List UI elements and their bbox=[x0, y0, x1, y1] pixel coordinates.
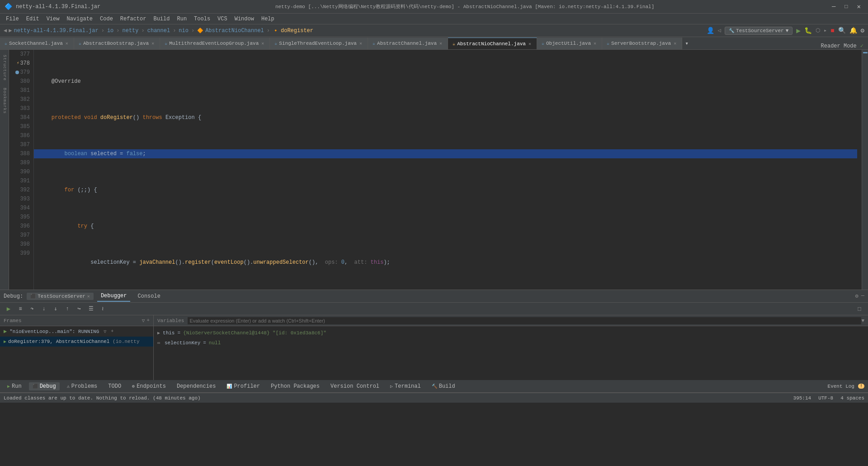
run-button[interactable]: ▶ bbox=[796, 26, 801, 35]
tab-singlethread[interactable]: ☕ SingleThreadEventLoop.java ✕ bbox=[270, 38, 368, 49]
debug-settings-icon[interactable]: ⚙ bbox=[855, 293, 859, 300]
tab-close-multithread[interactable]: ✕ bbox=[260, 40, 265, 47]
tab-serverbootstrap[interactable]: ☕ ServerBootstrap.java ✕ bbox=[602, 38, 682, 49]
frame-filter-icon[interactable]: ▽ bbox=[104, 329, 106, 334]
tab-abstractniochannel[interactable]: ☕ AbstractNioChannel.java ✕ bbox=[448, 38, 537, 49]
coverage-button[interactable]: ⬡ bbox=[816, 27, 820, 34]
minimize-button[interactable]: ─ bbox=[829, 3, 838, 10]
tab-abstractchannel[interactable]: ☕ AbstractChannel.java ✕ bbox=[368, 38, 448, 49]
evaluate-expression-input[interactable] bbox=[188, 317, 861, 324]
frames-filter-icon[interactable]: ▽ bbox=[142, 318, 145, 323]
menu-navigate[interactable]: Navigate bbox=[63, 15, 96, 23]
nav-nio[interactable]: nio bbox=[179, 28, 189, 34]
bottom-tab-vcs[interactable]: Version Control bbox=[327, 382, 383, 390]
var-expand-icon[interactable]: ▶ bbox=[157, 330, 160, 336]
bottom-tab-build[interactable]: 🔨 Build bbox=[428, 382, 459, 390]
sidebar-bookmarks-icon[interactable]: Bookmarks bbox=[0, 87, 9, 114]
frame-add-icon[interactable]: + bbox=[111, 329, 113, 334]
cursor-position[interactable]: 395:14 bbox=[793, 395, 811, 401]
debug-force-step-into-button[interactable]: ⇓ bbox=[51, 304, 61, 314]
debug-panel-expand-icon[interactable]: ⬚ bbox=[854, 304, 864, 314]
evaluate-dropdown-icon[interactable]: ▼ bbox=[861, 318, 864, 323]
notification-icon[interactable]: 🔔 bbox=[849, 27, 857, 34]
menu-vcs[interactable]: VCS bbox=[214, 15, 231, 23]
tab-icon-serverbootstrap: ☕ bbox=[607, 41, 609, 46]
debug-step-out-button[interactable]: ↑ bbox=[62, 304, 72, 314]
debug-frames-list-icon[interactable]: ≡ bbox=[15, 304, 25, 314]
code-content[interactable]: @Override protected void doRegister() th… bbox=[34, 50, 862, 290]
tab-socketchannel[interactable]: ☕ SocketChannel.java ✕ bbox=[0, 38, 74, 49]
maximize-button[interactable]: □ bbox=[842, 4, 850, 10]
event-log-label[interactable]: Event Log bbox=[828, 384, 854, 389]
encoding-label[interactable]: UTF-8 bbox=[818, 395, 833, 401]
tab-close-abstractbootstrap[interactable]: ✕ bbox=[151, 40, 155, 47]
debug-run-button[interactable]: 🐛 bbox=[804, 27, 812, 34]
bottom-tab-run[interactable]: ▶ Run bbox=[4, 382, 25, 390]
tab-close-objectutil[interactable]: ✕ bbox=[593, 40, 597, 47]
stop-button[interactable]: ■ bbox=[830, 27, 834, 34]
menu-help[interactable]: Help bbox=[258, 15, 278, 23]
indent-label[interactable]: 4 spaces bbox=[840, 395, 864, 401]
debug-minimize-icon[interactable]: ─ bbox=[861, 293, 864, 300]
menu-file[interactable]: File bbox=[2, 15, 23, 23]
bottom-tab-python[interactable]: Python Packages bbox=[267, 382, 323, 390]
tab-multithread[interactable]: ☕ MultithreadEventLoopGroup.java ✕ bbox=[160, 38, 270, 49]
debug-evaluate-button[interactable]: ☰ bbox=[86, 304, 96, 314]
sidebar-structure-icon[interactable]: Structure bbox=[0, 52, 9, 84]
menu-view[interactable]: View bbox=[43, 15, 63, 23]
bottom-tab-problems[interactable]: ⚠ Problems bbox=[63, 382, 101, 390]
tab-close-abstractniochannel[interactable]: ✕ bbox=[528, 41, 532, 47]
var-item-this[interactable]: ▶ this = {NioServerSocketChannel@1448} "… bbox=[154, 328, 868, 338]
menu-run[interactable]: Run bbox=[173, 15, 190, 23]
bottom-tab-profiler[interactable]: 📊 Profiler bbox=[223, 382, 264, 390]
debug-step-into-button[interactable]: ↓ bbox=[39, 304, 49, 314]
tab-close-socketchannel[interactable]: ✕ bbox=[65, 40, 69, 47]
nav-netty[interactable]: netty bbox=[123, 28, 139, 34]
bottom-tab-dependencies[interactable]: Dependencies bbox=[173, 382, 219, 390]
bottom-tab-todo[interactable]: TODO bbox=[104, 382, 125, 390]
menu-code[interactable]: Code bbox=[96, 15, 117, 23]
frame-item-0[interactable]: ▶ doRegister:379, AbstractNioChannel (io… bbox=[0, 337, 153, 347]
frame-resume-icon[interactable]: ▶ bbox=[4, 328, 7, 335]
debug-session-close[interactable]: ✕ bbox=[87, 294, 90, 299]
bottom-tab-endpoints[interactable]: ⊕ Endpoints bbox=[128, 382, 170, 390]
menu-build[interactable]: Build bbox=[150, 15, 173, 23]
nav-forward-button[interactable]: ▶ bbox=[9, 27, 12, 34]
tab-close-singlethread[interactable]: ✕ bbox=[359, 40, 363, 47]
close-button[interactable]: ✕ bbox=[854, 3, 863, 10]
nav-jar[interactable]: netty-all-4.1.39.Final.jar bbox=[14, 28, 98, 34]
reader-mode-label[interactable]: Reader Mode bbox=[821, 43, 857, 49]
nav-io[interactable]: io bbox=[107, 28, 113, 34]
settings-icon[interactable]: ⚙ bbox=[861, 27, 864, 34]
tab-overflow-menu[interactable]: ▾ bbox=[682, 38, 691, 49]
debug-resume-button[interactable]: ▶ bbox=[4, 304, 14, 314]
nav-back-button[interactable]: ◀ bbox=[4, 27, 7, 34]
menu-edit[interactable]: Edit bbox=[23, 15, 43, 23]
menu-refactor[interactable]: Refactor bbox=[117, 15, 150, 23]
debug-tab-console[interactable]: Console bbox=[134, 291, 164, 301]
menu-window[interactable]: Window bbox=[231, 15, 258, 23]
var-item-selectionkey[interactable]: ∞ selectionKey = null bbox=[154, 338, 868, 348]
debug-run-to-cursor-button[interactable]: ↪ bbox=[74, 304, 84, 314]
tab-label-singlethread: SingleThreadEventLoop.java bbox=[279, 41, 357, 46]
tab-close-serverbootstrap[interactable]: ✕ bbox=[673, 40, 677, 47]
nav-sep-3: › bbox=[142, 28, 145, 34]
debug-trace-button[interactable]: ≀ bbox=[98, 304, 108, 314]
tab-abstractbootstrap[interactable]: ☕ AbstractBootstrap.java ✕ bbox=[74, 38, 160, 49]
debug-tab-debugger[interactable]: Debugger bbox=[97, 291, 131, 302]
tab-close-abstractchannel[interactable]: ✕ bbox=[439, 40, 443, 47]
bottom-tab-terminal[interactable]: ▷ Terminal bbox=[387, 382, 425, 390]
menu-tools[interactable]: Tools bbox=[190, 15, 214, 23]
debug-session-tab[interactable]: ⬛ TestSourceServer ✕ bbox=[27, 293, 94, 300]
debug-step-over-button[interactable]: ↷ bbox=[27, 304, 37, 314]
tab-objectutil[interactable]: ☕ ObjectUtil.java ✕ bbox=[537, 38, 602, 49]
bottom-tab-debug[interactable]: ⬛ Debug bbox=[29, 382, 60, 390]
nav-channel[interactable]: channel bbox=[147, 28, 170, 34]
run-config-selector[interactable]: 🔧 TestSourceServer ▼ bbox=[725, 27, 793, 35]
nav-back2-icon[interactable]: ◁ bbox=[718, 27, 721, 34]
nav-class[interactable]: AbstractNioChannel bbox=[205, 28, 264, 34]
search-button[interactable]: 🔍 bbox=[838, 27, 846, 34]
profile-icon[interactable]: 👤 bbox=[707, 27, 714, 34]
more-run-options[interactable]: ▸ bbox=[824, 27, 827, 34]
frames-settings-icon[interactable]: + bbox=[146, 318, 150, 323]
